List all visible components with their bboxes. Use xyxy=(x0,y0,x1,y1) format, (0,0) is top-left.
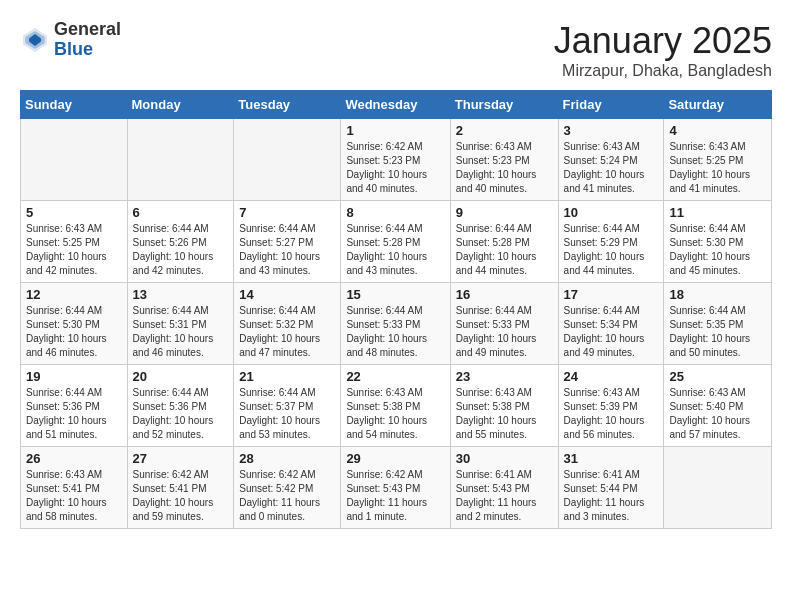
day-number: 1 xyxy=(346,123,444,138)
page-header: General Blue January 2025 Mirzapur, Dhak… xyxy=(20,20,772,80)
day-info: Sunrise: 6:44 AM Sunset: 5:28 PM Dayligh… xyxy=(346,222,444,278)
day-info: Sunrise: 6:44 AM Sunset: 5:31 PM Dayligh… xyxy=(133,304,229,360)
day-info: Sunrise: 6:44 AM Sunset: 5:32 PM Dayligh… xyxy=(239,304,335,360)
day-number: 13 xyxy=(133,287,229,302)
day-info: Sunrise: 6:44 AM Sunset: 5:26 PM Dayligh… xyxy=(133,222,229,278)
week-row-3: 19Sunrise: 6:44 AM Sunset: 5:36 PM Dayli… xyxy=(21,365,772,447)
day-cell xyxy=(234,119,341,201)
day-number: 10 xyxy=(564,205,659,220)
day-number: 15 xyxy=(346,287,444,302)
day-info: Sunrise: 6:43 AM Sunset: 5:40 PM Dayligh… xyxy=(669,386,766,442)
day-number: 23 xyxy=(456,369,553,384)
day-info: Sunrise: 6:41 AM Sunset: 5:43 PM Dayligh… xyxy=(456,468,553,524)
day-number: 17 xyxy=(564,287,659,302)
day-number: 20 xyxy=(133,369,229,384)
day-info: Sunrise: 6:42 AM Sunset: 5:23 PM Dayligh… xyxy=(346,140,444,196)
day-info: Sunrise: 6:44 AM Sunset: 5:36 PM Dayligh… xyxy=(133,386,229,442)
day-info: Sunrise: 6:44 AM Sunset: 5:37 PM Dayligh… xyxy=(239,386,335,442)
day-info: Sunrise: 6:43 AM Sunset: 5:24 PM Dayligh… xyxy=(564,140,659,196)
day-info: Sunrise: 6:44 AM Sunset: 5:34 PM Dayligh… xyxy=(564,304,659,360)
day-cell: 24Sunrise: 6:43 AM Sunset: 5:39 PM Dayli… xyxy=(558,365,664,447)
header-friday: Friday xyxy=(558,91,664,119)
day-number: 29 xyxy=(346,451,444,466)
day-info: Sunrise: 6:44 AM Sunset: 5:33 PM Dayligh… xyxy=(456,304,553,360)
header-sunday: Sunday xyxy=(21,91,128,119)
day-number: 6 xyxy=(133,205,229,220)
day-cell: 30Sunrise: 6:41 AM Sunset: 5:43 PM Dayli… xyxy=(450,447,558,529)
day-cell: 31Sunrise: 6:41 AM Sunset: 5:44 PM Dayli… xyxy=(558,447,664,529)
day-info: Sunrise: 6:44 AM Sunset: 5:30 PM Dayligh… xyxy=(26,304,122,360)
day-number: 30 xyxy=(456,451,553,466)
day-number: 18 xyxy=(669,287,766,302)
day-number: 31 xyxy=(564,451,659,466)
day-cell: 5Sunrise: 6:43 AM Sunset: 5:25 PM Daylig… xyxy=(21,201,128,283)
day-info: Sunrise: 6:44 AM Sunset: 5:28 PM Dayligh… xyxy=(456,222,553,278)
logo-icon xyxy=(20,25,50,55)
day-number: 19 xyxy=(26,369,122,384)
day-number: 21 xyxy=(239,369,335,384)
day-cell: 27Sunrise: 6:42 AM Sunset: 5:41 PM Dayli… xyxy=(127,447,234,529)
day-cell: 29Sunrise: 6:42 AM Sunset: 5:43 PM Dayli… xyxy=(341,447,450,529)
week-row-2: 12Sunrise: 6:44 AM Sunset: 5:30 PM Dayli… xyxy=(21,283,772,365)
day-cell: 26Sunrise: 6:43 AM Sunset: 5:41 PM Dayli… xyxy=(21,447,128,529)
day-cell: 2Sunrise: 6:43 AM Sunset: 5:23 PM Daylig… xyxy=(450,119,558,201)
day-info: Sunrise: 6:44 AM Sunset: 5:35 PM Dayligh… xyxy=(669,304,766,360)
day-info: Sunrise: 6:43 AM Sunset: 5:38 PM Dayligh… xyxy=(456,386,553,442)
day-number: 14 xyxy=(239,287,335,302)
day-cell: 18Sunrise: 6:44 AM Sunset: 5:35 PM Dayli… xyxy=(664,283,772,365)
header-monday: Monday xyxy=(127,91,234,119)
day-cell: 15Sunrise: 6:44 AM Sunset: 5:33 PM Dayli… xyxy=(341,283,450,365)
day-info: Sunrise: 6:43 AM Sunset: 5:38 PM Dayligh… xyxy=(346,386,444,442)
day-info: Sunrise: 6:43 AM Sunset: 5:25 PM Dayligh… xyxy=(26,222,122,278)
day-cell: 6Sunrise: 6:44 AM Sunset: 5:26 PM Daylig… xyxy=(127,201,234,283)
week-row-4: 26Sunrise: 6:43 AM Sunset: 5:41 PM Dayli… xyxy=(21,447,772,529)
day-number: 26 xyxy=(26,451,122,466)
day-cell: 13Sunrise: 6:44 AM Sunset: 5:31 PM Dayli… xyxy=(127,283,234,365)
day-cell: 28Sunrise: 6:42 AM Sunset: 5:42 PM Dayli… xyxy=(234,447,341,529)
day-cell xyxy=(127,119,234,201)
day-cell: 17Sunrise: 6:44 AM Sunset: 5:34 PM Dayli… xyxy=(558,283,664,365)
day-info: Sunrise: 6:44 AM Sunset: 5:36 PM Dayligh… xyxy=(26,386,122,442)
day-cell: 9Sunrise: 6:44 AM Sunset: 5:28 PM Daylig… xyxy=(450,201,558,283)
day-info: Sunrise: 6:42 AM Sunset: 5:41 PM Dayligh… xyxy=(133,468,229,524)
day-info: Sunrise: 6:44 AM Sunset: 5:30 PM Dayligh… xyxy=(669,222,766,278)
day-info: Sunrise: 6:41 AM Sunset: 5:44 PM Dayligh… xyxy=(564,468,659,524)
location-subtitle: Mirzapur, Dhaka, Bangladesh xyxy=(554,62,772,80)
day-cell xyxy=(21,119,128,201)
day-number: 3 xyxy=(564,123,659,138)
day-cell: 3Sunrise: 6:43 AM Sunset: 5:24 PM Daylig… xyxy=(558,119,664,201)
day-number: 22 xyxy=(346,369,444,384)
day-number: 11 xyxy=(669,205,766,220)
header-thursday: Thursday xyxy=(450,91,558,119)
day-info: Sunrise: 6:44 AM Sunset: 5:33 PM Dayligh… xyxy=(346,304,444,360)
day-info: Sunrise: 6:42 AM Sunset: 5:43 PM Dayligh… xyxy=(346,468,444,524)
day-number: 4 xyxy=(669,123,766,138)
month-title: January 2025 xyxy=(554,20,772,62)
day-cell xyxy=(664,447,772,529)
day-info: Sunrise: 6:43 AM Sunset: 5:41 PM Dayligh… xyxy=(26,468,122,524)
day-cell: 4Sunrise: 6:43 AM Sunset: 5:25 PM Daylig… xyxy=(664,119,772,201)
day-info: Sunrise: 6:44 AM Sunset: 5:29 PM Dayligh… xyxy=(564,222,659,278)
day-cell: 20Sunrise: 6:44 AM Sunset: 5:36 PM Dayli… xyxy=(127,365,234,447)
day-info: Sunrise: 6:44 AM Sunset: 5:27 PM Dayligh… xyxy=(239,222,335,278)
logo: General Blue xyxy=(20,20,121,60)
day-number: 5 xyxy=(26,205,122,220)
day-cell: 23Sunrise: 6:43 AM Sunset: 5:38 PM Dayli… xyxy=(450,365,558,447)
day-cell: 21Sunrise: 6:44 AM Sunset: 5:37 PM Dayli… xyxy=(234,365,341,447)
day-cell: 22Sunrise: 6:43 AM Sunset: 5:38 PM Dayli… xyxy=(341,365,450,447)
day-number: 25 xyxy=(669,369,766,384)
day-info: Sunrise: 6:43 AM Sunset: 5:23 PM Dayligh… xyxy=(456,140,553,196)
day-number: 2 xyxy=(456,123,553,138)
day-cell: 7Sunrise: 6:44 AM Sunset: 5:27 PM Daylig… xyxy=(234,201,341,283)
header-saturday: Saturday xyxy=(664,91,772,119)
day-cell: 16Sunrise: 6:44 AM Sunset: 5:33 PM Dayli… xyxy=(450,283,558,365)
day-info: Sunrise: 6:43 AM Sunset: 5:39 PM Dayligh… xyxy=(564,386,659,442)
calendar-body: 1Sunrise: 6:42 AM Sunset: 5:23 PM Daylig… xyxy=(21,119,772,529)
day-cell: 11Sunrise: 6:44 AM Sunset: 5:30 PM Dayli… xyxy=(664,201,772,283)
day-number: 28 xyxy=(239,451,335,466)
day-number: 16 xyxy=(456,287,553,302)
logo-text: General Blue xyxy=(54,20,121,60)
day-cell: 8Sunrise: 6:44 AM Sunset: 5:28 PM Daylig… xyxy=(341,201,450,283)
calendar-header-row: SundayMondayTuesdayWednesdayThursdayFrid… xyxy=(21,91,772,119)
day-number: 24 xyxy=(564,369,659,384)
